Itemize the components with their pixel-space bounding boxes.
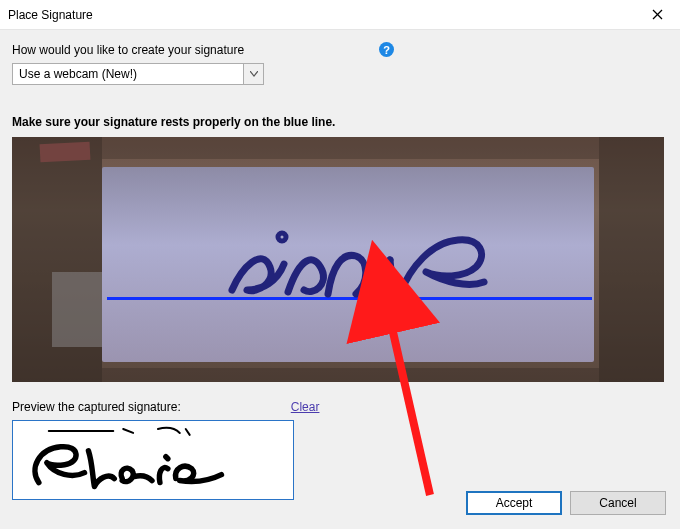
preview-label: Preview the captured signature: <box>12 400 181 414</box>
chevron-down-icon <box>243 64 263 84</box>
signature-preview-image <box>19 423 287 498</box>
webcam-capture-area <box>12 137 664 382</box>
create-method-label: How would you like to create your signat… <box>12 43 244 57</box>
svg-point-2 <box>278 233 286 241</box>
accept-button[interactable]: Accept <box>466 491 562 515</box>
create-method-value: Use a webcam (New!) <box>13 64 243 84</box>
help-icon[interactable]: ? <box>379 42 394 57</box>
create-method-select[interactable]: Use a webcam (New!) <box>12 63 264 85</box>
instruction-text: Make sure your signature rests properly … <box>12 115 668 129</box>
crop-mask <box>599 137 664 382</box>
crop-mask <box>102 137 599 159</box>
title-bar: Place Signature <box>0 0 680 30</box>
signature-preview <box>12 420 294 500</box>
crop-mask <box>102 368 599 382</box>
crop-mask <box>12 137 102 382</box>
clear-link[interactable]: Clear <box>291 400 320 414</box>
close-button[interactable] <box>642 0 672 30</box>
captured-signature-raw <box>222 212 492 317</box>
window-title: Place Signature <box>8 8 642 22</box>
cancel-button[interactable]: Cancel <box>570 491 666 515</box>
